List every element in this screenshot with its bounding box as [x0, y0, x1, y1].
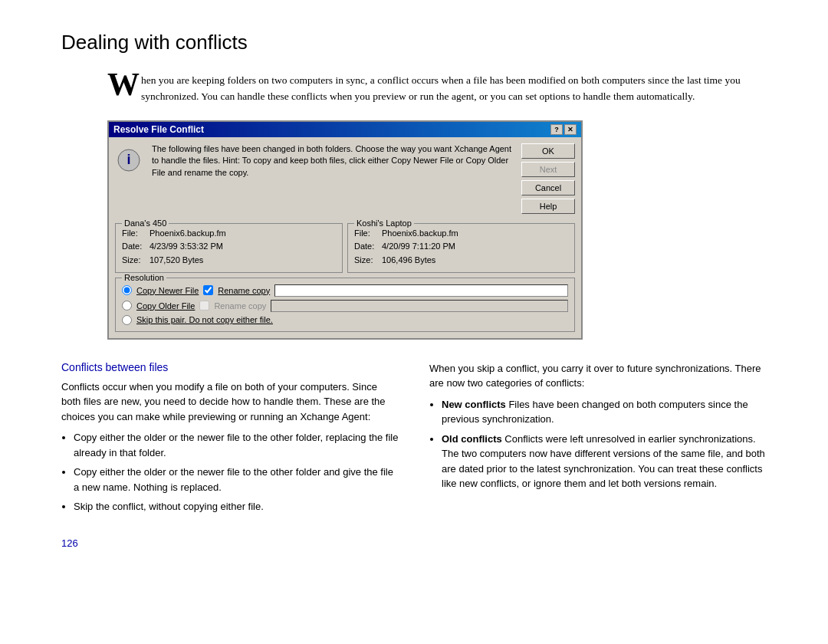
copy-older-radio[interactable] — [122, 301, 132, 310]
copy-older-label: Copy Older File — [136, 301, 195, 310]
rename-copy-2-label: Rename copy — [214, 301, 266, 310]
resolution-row-2: Copy Older File Rename copy — [122, 300, 568, 312]
cancel-button[interactable]: Cancel — [521, 180, 575, 196]
resolution-group: Resolution Copy Newer File Rename copy C… — [115, 278, 575, 332]
dialog-help-button[interactable]: ? — [550, 124, 563, 135]
copy-newer-label: Copy Newer File — [136, 286, 199, 295]
dana-date-value: 4/23/99 3:53:32 PM — [150, 240, 223, 254]
dialog-title: Resolve File Conflict — [113, 124, 204, 135]
koshi-file-label: File: — [354, 227, 379, 241]
new-conflicts-term: New conflicts — [442, 399, 506, 410]
main-columns: Conflicts between files Conflicts occur … — [61, 361, 767, 519]
svg-text:i: i — [127, 152, 130, 167]
dialog-titlebar-buttons: ? ✕ — [550, 124, 577, 135]
rename-copy-2-checkbox[interactable] — [199, 301, 209, 310]
koshi-file-value: Phoenix6.backup.fm — [382, 227, 458, 241]
resolution-row-3: Skip this pair. Do not copy either file. — [122, 315, 568, 325]
koshi-date-value: 4/20/99 7:11:20 PM — [382, 240, 455, 254]
dana-size-label: Size: — [122, 254, 146, 268]
dana-file-label: File: — [122, 227, 146, 241]
page-title: Dealing with conflicts — [61, 31, 767, 54]
list-item: Old conflicts Conflicts were left unreso… — [442, 432, 767, 491]
section-heading: Conflicts between files — [61, 361, 399, 373]
dialog-titlebar: Resolve File Conflict ? ✕ — [109, 122, 581, 137]
skip-pair-label: Skip this pair. Do not copy either file. — [136, 315, 273, 324]
koshi-size-label: Size: — [354, 254, 379, 268]
dialog-message: The following files have been changed in… — [152, 143, 515, 214]
dialog-content: Dana's 450 File: Phoenix6.backup.fm Date… — [109, 223, 581, 338]
dana-date-row: Date: 4/23/99 3:53:32 PM — [122, 240, 336, 254]
skip-pair-radio[interactable] — [122, 315, 132, 325]
intro-paragraph: When you are keeping folders on two comp… — [107, 73, 767, 105]
dana-group: Dana's 450 File: Phoenix6.backup.fm Date… — [115, 223, 343, 273]
dana-file-row: File: Phoenix6.backup.fm — [122, 227, 336, 241]
list-item: Skip the conflict, without copying eithe… — [74, 499, 399, 514]
koshi-group-label: Koshi's Laptop — [354, 219, 414, 228]
right-para: When you skip a conflict, you carry it o… — [429, 361, 767, 391]
list-item: Copy either the older or the newer file … — [74, 465, 399, 495]
koshi-group: Koshi's Laptop File: Phoenix6.backup.fm … — [347, 223, 575, 273]
dana-file-value: Phoenix6.backup.fm — [150, 227, 226, 241]
file-groups: Dana's 450 File: Phoenix6.backup.fm Date… — [115, 223, 575, 273]
koshi-date-label: Date: — [354, 240, 379, 254]
koshi-size-row: Size: 106,496 Bytes — [354, 254, 568, 268]
dialog-icon-area: i — [115, 143, 146, 214]
dialog-icon: i — [115, 146, 143, 174]
koshi-date-row: Date: 4/20/99 7:11:20 PM — [354, 240, 568, 254]
resolve-file-conflict-dialog: Resolve File Conflict ? ✕ i The followin… — [107, 120, 583, 340]
dialog-wrapper: Resolve File Conflict ? ✕ i The followin… — [107, 120, 767, 340]
section-para1: Conflicts occur when you modify a file o… — [61, 380, 399, 425]
dana-size-row: Size: 107,520 Bytes — [122, 254, 336, 268]
copy-newer-radio[interactable] — [122, 285, 132, 295]
rename-copy-2-input — [271, 300, 568, 312]
dana-group-label: Dana's 450 — [122, 219, 169, 228]
page-number: 126 — [61, 537, 767, 549]
old-conflicts-term: Old conflicts — [442, 433, 502, 445]
intro-text: hen you are keeping folders on two compu… — [141, 74, 741, 102]
koshi-size-value: 106,496 Bytes — [382, 254, 435, 268]
rename-copy-1-input[interactable] — [274, 284, 568, 297]
left-bullet-list: Copy either the older or the newer file … — [74, 430, 399, 514]
ok-button[interactable]: OK — [521, 143, 575, 159]
drop-cap: W — [107, 73, 140, 97]
next-button[interactable]: Next — [521, 162, 575, 177]
dana-size-value: 107,520 Bytes — [150, 254, 203, 268]
resolution-label: Resolution — [122, 273, 166, 282]
rename-copy-1-label: Rename copy — [218, 286, 270, 295]
resolution-row-1: Copy Newer File Rename copy — [122, 284, 568, 297]
right-column: When you skip a conflict, you carry it o… — [429, 361, 767, 519]
koshi-file-row: File: Phoenix6.backup.fm — [354, 227, 568, 241]
dialog-close-button[interactable]: ✕ — [564, 124, 577, 135]
dialog-buttons: OK Next Cancel Help — [521, 143, 575, 214]
help-button[interactable]: Help — [521, 199, 575, 214]
list-item: New conflicts Files have been changed on… — [442, 397, 767, 427]
list-item: Copy either the older or the newer file … — [74, 430, 399, 460]
rename-copy-1-checkbox[interactable] — [203, 285, 213, 295]
right-bullet-list: New conflicts Files have been changed on… — [442, 397, 767, 491]
left-column: Conflicts between files Conflicts occur … — [61, 361, 399, 519]
dana-date-label: Date: — [122, 240, 146, 254]
dialog-body: i The following files have been changed … — [109, 137, 581, 220]
